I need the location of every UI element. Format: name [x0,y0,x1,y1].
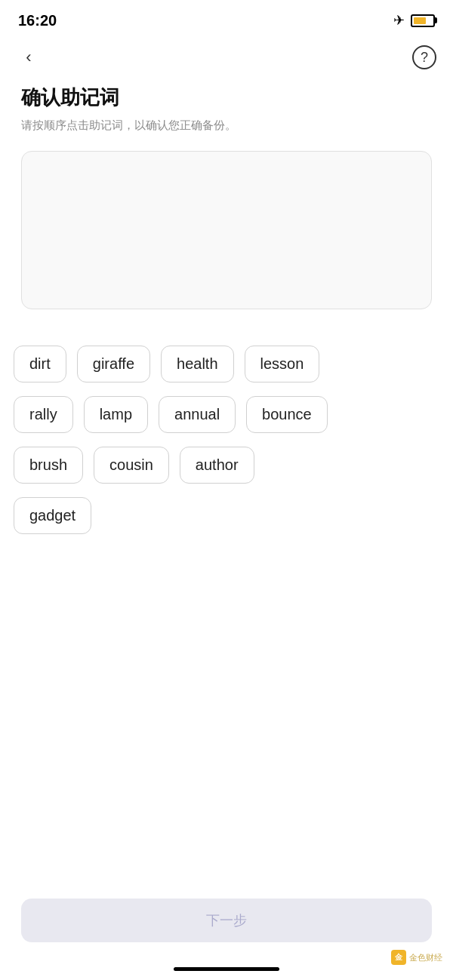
mnemonic-display-area [21,151,432,309]
word-chip-dirt[interactable]: dirt [14,346,66,382]
word-chip-giraffe[interactable]: giraffe [77,346,150,382]
word-chip-brush[interactable]: brush [14,447,83,484]
word-chip-health[interactable]: health [161,346,234,382]
word-row-1: dirt giraffe health lesson [14,346,439,382]
word-chip-lesson[interactable]: lesson [245,346,320,382]
word-chip-gadget[interactable]: gadget [14,497,91,534]
word-chips-area: dirt giraffe health lesson rally lamp an… [0,346,453,534]
word-row-4: gadget [14,497,439,534]
nav-bar: ‹ ? [0,38,453,77]
word-chip-lamp[interactable]: lamp [84,396,148,433]
help-circle-icon: ? [412,45,436,69]
word-chip-author[interactable]: author [180,447,254,484]
back-button[interactable]: ‹ [15,44,42,71]
word-chip-bounce[interactable]: bounce [246,396,328,433]
page-content: 确认助记词 请按顺序点击助记词，以确认您正确备份。 [0,77,453,346]
watermark-logo: 金 [391,950,406,965]
help-button[interactable]: ? [411,44,438,71]
next-button-container: 下一步 [21,899,432,942]
word-chip-annual[interactable]: annual [159,396,236,433]
next-button[interactable]: 下一步 [21,899,432,942]
watermark: 金 金色财经 [391,950,442,965]
battery-icon [411,14,435,27]
page-subtitle: 请按顺序点击助记词，以确认您正确备份。 [21,117,432,134]
status-icons: ✈ [393,12,435,29]
page-title: 确认助记词 [21,84,432,111]
watermark-text: 金色财经 [409,952,442,963]
status-time: 16:20 [18,12,57,29]
airplane-icon: ✈ [393,12,405,29]
battery-fill [414,17,426,24]
word-row-3: brush cousin author [14,447,439,484]
word-chip-cousin[interactable]: cousin [94,447,169,484]
home-indicator [174,967,279,971]
word-row-2: rally lamp annual bounce [14,396,439,433]
word-chip-rally[interactable]: rally [14,396,73,433]
status-bar: 16:20 ✈ [0,0,453,38]
back-chevron-icon: ‹ [26,49,31,66]
